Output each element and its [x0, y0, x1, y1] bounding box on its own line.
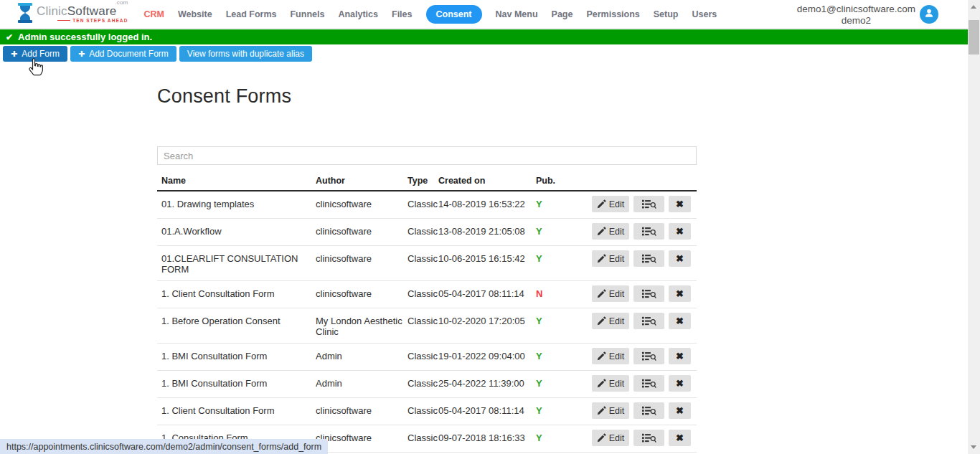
cell-pub: Y	[532, 405, 575, 416]
nav-item-analytics[interactable]: Analytics	[338, 9, 378, 19]
delete-button[interactable]: ✖	[669, 430, 691, 446]
account-info[interactable]: demo1@clinicsoftware.com demo2	[797, 4, 915, 27]
list-search-button[interactable]	[633, 250, 664, 267]
cell-author: clinicsoftware	[311, 226, 403, 237]
scrollbar[interactable]	[968, 0, 980, 454]
x-icon: ✖	[676, 226, 684, 237]
cell-name: 1. Client Consultation Form	[157, 288, 311, 299]
nav-item-funnels[interactable]: Funnels	[290, 9, 324, 19]
pencil-icon	[597, 351, 606, 361]
edit-button-label: Edit	[609, 289, 625, 299]
header-type: Type	[403, 176, 434, 186]
list-search-button[interactable]	[633, 313, 664, 329]
person-icon	[923, 7, 935, 22]
account-company: demo2	[797, 15, 915, 27]
table-row: 1. Client Consultation Form clinicsoftwa…	[157, 398, 697, 425]
edit-button[interactable]: Edit	[592, 402, 629, 419]
view-duplicate-alias-button[interactable]: View forms with duplicate alias	[179, 46, 312, 62]
nav-item-page[interactable]: Page	[552, 9, 573, 19]
cell-pub: Y	[532, 432, 575, 443]
cell-type: Classic	[403, 432, 434, 443]
cell-type: Classic	[403, 226, 434, 237]
cell-pub: Y	[532, 253, 575, 264]
edit-button[interactable]: Edit	[592, 250, 629, 267]
x-icon: ✖	[676, 316, 684, 326]
table-header: Name Author Type Created on Pub.	[157, 174, 697, 191]
x-icon: ✖	[676, 378, 684, 389]
edit-button[interactable]: Edit	[592, 430, 629, 446]
edit-button-label: Edit	[609, 254, 625, 264]
pencil-icon	[597, 433, 606, 443]
edit-button[interactable]: Edit	[592, 223, 629, 240]
cell-author: Admin	[311, 378, 403, 389]
edit-button[interactable]: Edit	[592, 313, 629, 329]
edit-button[interactable]: Edit	[592, 348, 629, 364]
nav-item-nav-menu[interactable]: Nav Menu	[496, 9, 538, 19]
list-search-button[interactable]	[633, 375, 664, 392]
cell-created-on: 05-04-2017 08:11:14	[434, 288, 532, 299]
list-search-button[interactable]	[633, 348, 664, 364]
table-row: 01. Drawing templates clinicsoftware Cla…	[157, 191, 697, 219]
nav-item-permissions[interactable]: Permissions	[586, 9, 639, 19]
row-actions: Edit ✖	[592, 402, 697, 419]
edit-button[interactable]: Edit	[592, 196, 629, 212]
row-actions: Edit ✖	[592, 375, 697, 392]
nav-item-lead-forms[interactable]: Lead Forms	[226, 9, 277, 19]
scroll-up-icon[interactable]	[971, 5, 976, 9]
delete-button[interactable]: ✖	[669, 313, 691, 329]
pencil-icon	[597, 379, 606, 388]
list-search-button[interactable]	[633, 223, 664, 240]
list-search-icon	[642, 227, 656, 237]
x-icon: ✖	[676, 253, 684, 264]
x-icon: ✖	[676, 405, 684, 416]
cell-pub: Y	[532, 378, 575, 389]
delete-button[interactable]: ✖	[669, 285, 691, 302]
delete-button[interactable]: ✖	[669, 402, 691, 419]
delete-button[interactable]: ✖	[669, 223, 691, 240]
view-duplicate-alias-label: View forms with duplicate alias	[187, 49, 304, 59]
nav-item-crm[interactable]: CRM	[143, 9, 164, 19]
cell-type: Classic	[403, 288, 434, 299]
delete-button[interactable]: ✖	[669, 375, 691, 392]
list-search-button[interactable]	[633, 430, 664, 446]
pencil-icon	[597, 289, 606, 298]
row-actions: Edit ✖	[592, 430, 697, 446]
add-document-form-button[interactable]: ✚ Add Document Form	[70, 46, 176, 62]
nav-item-website[interactable]: Website	[178, 9, 212, 19]
pencil-icon	[597, 199, 606, 209]
nav-item-users[interactable]: Users	[692, 9, 717, 19]
nav-item-files[interactable]: Files	[392, 9, 413, 19]
edit-button[interactable]: Edit	[592, 285, 629, 302]
table-body: 01. Drawing templates clinicsoftware Cla…	[157, 191, 697, 454]
delete-button[interactable]: ✖	[669, 348, 691, 364]
cell-name: 1. Before Operation Consent	[157, 316, 311, 326]
scroll-thumb[interactable]	[969, 20, 979, 55]
cell-created-on: 19-01-2022 09:04:00	[434, 351, 532, 361]
pencil-icon	[597, 254, 606, 263]
list-search-button[interactable]	[633, 285, 664, 302]
cell-author: My London Aesthetic Clinic	[311, 316, 403, 337]
cell-name: 01.A.Workflow	[157, 226, 311, 237]
add-form-button[interactable]: ✚ Add Form	[3, 46, 67, 62]
list-search-button[interactable]	[633, 196, 664, 212]
brand-name-clinic: Clinic	[37, 4, 67, 18]
row-actions: Edit ✖	[592, 313, 697, 329]
cell-created-on: 14-08-2019 16:53:22	[434, 199, 532, 209]
cell-name: 01. Drawing templates	[157, 199, 311, 209]
delete-button[interactable]: ✖	[669, 250, 691, 267]
table-row: 01.A.Workflow clinicsoftware Classic 13-…	[157, 219, 697, 246]
delete-button[interactable]: ✖	[669, 196, 691, 212]
nav-item-setup[interactable]: Setup	[654, 9, 679, 19]
list-search-icon	[642, 289, 656, 299]
cell-type: Classic	[403, 199, 434, 209]
plus-icon: ✚	[11, 49, 17, 59]
brand-logo[interactable]: ClinicSoftware .com TEN STEPS AHEAD	[17, 3, 128, 26]
user-avatar[interactable]	[920, 5, 938, 24]
cell-pub: Y	[532, 199, 575, 209]
scroll-down-icon[interactable]	[971, 445, 976, 449]
nav-item-consent[interactable]: Consent	[426, 5, 482, 24]
search-input[interactable]	[157, 146, 697, 165]
list-search-button[interactable]	[633, 402, 664, 419]
cell-created-on: 05-04-2017 08:11:14	[434, 405, 532, 416]
edit-button[interactable]: Edit	[592, 375, 629, 392]
